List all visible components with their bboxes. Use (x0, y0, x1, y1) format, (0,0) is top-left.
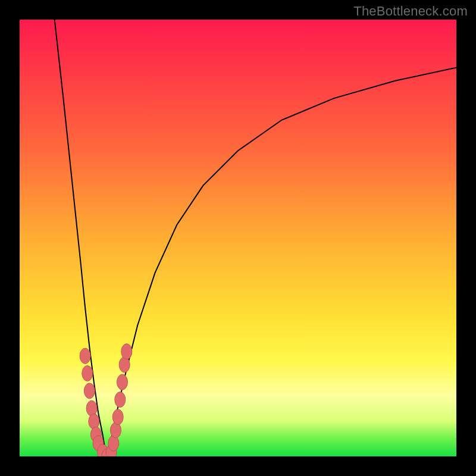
marker-point (121, 344, 132, 359)
marker-point (119, 357, 130, 372)
curve-left (55, 20, 107, 456)
marker-point (115, 392, 126, 408)
marker-point (117, 374, 128, 390)
watermark-label: TheBottleneck.com (353, 4, 468, 19)
plot-area (20, 20, 456, 456)
marker-point (82, 366, 93, 381)
chart-frame: TheBottleneck.com (0, 0, 476, 476)
marker-point (80, 348, 90, 364)
curve-right (107, 68, 456, 456)
marker-point (112, 409, 123, 425)
chart-svg (20, 20, 456, 456)
marker-point (84, 383, 95, 399)
marker-group (80, 344, 132, 456)
